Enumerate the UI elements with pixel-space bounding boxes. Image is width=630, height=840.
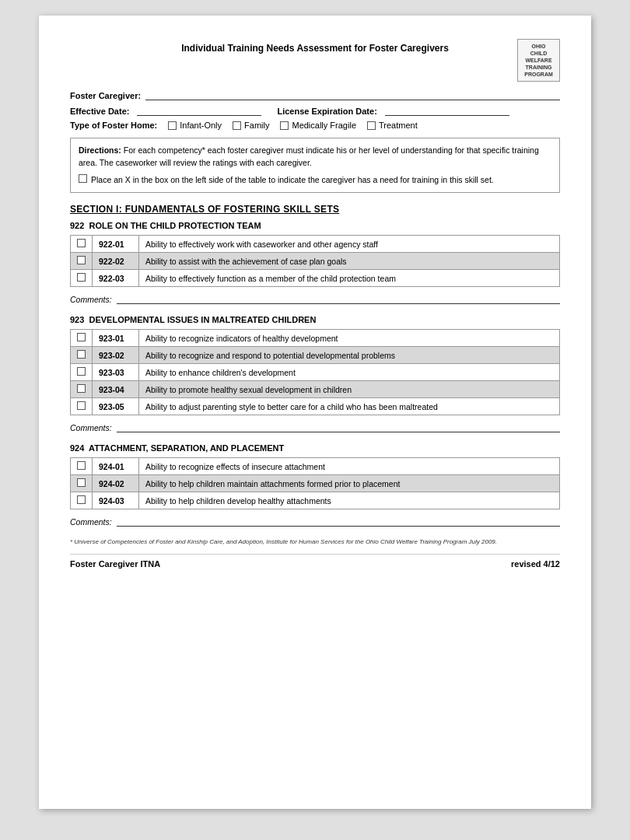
table-row: 923-05Ability to adjust parenting style … [71, 398, 560, 415]
comments-input-922[interactable] [117, 293, 560, 304]
row-text-923-03: Ability to enhance children's developmen… [139, 364, 560, 381]
comments-row-923: Comments: [70, 422, 560, 432]
directions-text: Directions: For each competency* each fo… [79, 145, 551, 170]
type-family[interactable]: Family [233, 121, 269, 130]
family-checkbox[interactable] [233, 121, 241, 130]
row-checkbox-923-02[interactable] [77, 350, 86, 359]
logo: OHIOCHILDWELFARETRAININGPROGRAM [517, 39, 560, 82]
skill-table-922: 922-01Ability to effectively work with c… [70, 235, 560, 287]
medically-fragile-label: Medically Fragile [292, 121, 356, 130]
row-code-923-04: 923-04 [93, 381, 139, 398]
row-checkbox-922-01[interactable] [77, 239, 86, 247]
subsection-number-924: 924 [70, 443, 84, 453]
row-text-923-01: Ability to recognize indicators of healt… [139, 330, 560, 347]
foster-caregiver-input[interactable] [145, 89, 560, 100]
row-code-924-02: 924-02 [93, 475, 139, 492]
row-code-923-05: 923-05 [93, 398, 139, 415]
row-checkbox-924-03[interactable] [77, 495, 86, 504]
row-text-922-03: Ability to effectively function as a mem… [139, 270, 560, 287]
comments-label-922: Comments: [70, 295, 112, 304]
page-title: Individual Training Needs Assessment for… [113, 39, 517, 54]
table-row: 924-01Ability to recognize effects of in… [71, 458, 560, 475]
row-checkbox-922-03[interactable] [77, 273, 86, 282]
row-checkbox-924-01[interactable] [77, 461, 86, 470]
row-checkbox-cell-924-02[interactable] [71, 475, 93, 492]
row-text-924-01: Ability to recognize effects of insecure… [139, 458, 560, 475]
footer-left: Foster Caregiver ITNA [70, 559, 160, 569]
row-checkbox-cell-923-02[interactable] [71, 347, 93, 364]
foster-type-row: Type of Foster Home: Infant-Only Family … [70, 121, 560, 130]
subsection-number-923: 923 [70, 315, 84, 324]
comments-label-924: Comments: [70, 517, 112, 527]
row-checkbox-923-03[interactable] [77, 367, 86, 376]
row-checkbox-cell-923-05[interactable] [71, 398, 93, 415]
row-code-923-01: 923-01 [93, 330, 139, 347]
row-checkbox-cell-924-03[interactable] [71, 492, 93, 509]
treatment-checkbox[interactable] [367, 121, 376, 130]
treatment-label: Treatment [379, 121, 418, 130]
row-text-923-04: Ability to promote healthy sexual develo… [139, 381, 560, 398]
row-text-923-05: Ability to adjust parenting style to bet… [139, 398, 560, 415]
row-checkbox-922-02[interactable] [77, 256, 86, 264]
subsection-title-922: ROLE ON THE CHILD PROTECTION TEAM [89, 221, 261, 230]
dates-row: Effective Date: License Expiration Date: [70, 105, 560, 116]
type-treatment[interactable]: Treatment [367, 121, 418, 130]
row-text-923-02: Ability to recognize and respond to pote… [139, 347, 560, 364]
header: Individual Training Needs Assessment for… [70, 39, 560, 82]
directions-checkbox[interactable] [79, 174, 87, 183]
row-code-923-03: 923-03 [93, 364, 139, 381]
type-infant-only[interactable]: Infant-Only [168, 121, 222, 130]
row-checkbox-cell-923-03[interactable] [71, 364, 93, 381]
effective-date-input[interactable] [137, 105, 261, 116]
comments-input-924[interactable] [117, 516, 560, 527]
table-row: 922-03Ability to effectively function as… [71, 270, 560, 287]
directions-body: For each competency* each foster caregiv… [79, 145, 539, 167]
row-checkbox-cell-922-01[interactable] [71, 236, 93, 253]
row-checkbox-cell-922-03[interactable] [71, 270, 93, 287]
row-checkbox-cell-923-01[interactable] [71, 330, 93, 347]
footer: Foster Caregiver ITNA revised 4/12 [70, 554, 560, 569]
table-row: 922-02Ability to assist with the achieve… [71, 253, 560, 270]
license-expiration-group: License Expiration Date: [277, 105, 509, 116]
row-checkbox-cell-923-04[interactable] [71, 381, 93, 398]
row-checkbox-cell-924-01[interactable] [71, 458, 93, 475]
row-checkbox-cell-922-02[interactable] [71, 253, 93, 270]
row-checkbox-923-05[interactable] [77, 401, 86, 410]
type-medically-fragile[interactable]: Medically Fragile [280, 121, 356, 130]
comments-row-922: Comments: [70, 293, 560, 304]
directions-bold: Directions: [79, 145, 121, 155]
row-text-924-02: Ability to help children maintain attach… [139, 475, 560, 492]
subsection-924: 924 ATTACHMENT, SEPARATION, AND PLACEMEN… [70, 443, 560, 527]
subsection-heading-922: 922 ROLE ON THE CHILD PROTECTION TEAM [70, 221, 560, 230]
table-row: 924-03Ability to help children develop h… [71, 492, 560, 509]
comments-row-924: Comments: [70, 516, 560, 527]
page: Individual Training Needs Assessment for… [39, 16, 591, 809]
row-text-924-03: Ability to help children develop healthy… [139, 492, 560, 509]
footnote: * Universe of Competencies of Foster and… [70, 537, 560, 546]
row-code-924-01: 924-01 [93, 458, 139, 475]
row-code-924-03: 924-03 [93, 492, 139, 509]
license-expiration-input[interactable] [385, 105, 509, 116]
directions-checkbox-label: Place an X in the box on the left side o… [91, 174, 494, 187]
comments-input-923[interactable] [117, 422, 560, 432]
subsection-heading-923: 923 DEVELOPMENTAL ISSUES IN MALTREATED C… [70, 315, 560, 324]
subsection-923: 923 DEVELOPMENTAL ISSUES IN MALTREATED C… [70, 315, 560, 432]
row-code-922-01: 922-01 [93, 236, 139, 253]
foster-type-label: Type of Foster Home: [70, 121, 157, 130]
skill-table-923: 923-01Ability to recognize indicators of… [70, 329, 560, 415]
family-label: Family [244, 121, 269, 130]
subsection-heading-924: 924 ATTACHMENT, SEPARATION, AND PLACEMEN… [70, 443, 560, 453]
medically-fragile-checkbox[interactable] [280, 121, 289, 130]
infant-only-checkbox[interactable] [168, 121, 177, 130]
license-expiration-label: License Expiration Date: [277, 107, 376, 116]
directions-checkbox-row: Place an X in the box on the left side o… [79, 174, 551, 187]
row-code-923-02: 923-02 [93, 347, 139, 364]
footer-right: revised 4/12 [511, 559, 560, 569]
foster-caregiver-row: Foster Caregiver: [70, 89, 560, 100]
subsection-number-922: 922 [70, 221, 84, 230]
row-checkbox-923-01[interactable] [77, 333, 86, 341]
row-text-922-02: Ability to assist with the achievement o… [139, 253, 560, 270]
row-checkbox-923-04[interactable] [77, 384, 86, 393]
row-code-922-02: 922-02 [93, 253, 139, 270]
row-checkbox-924-02[interactable] [77, 478, 86, 487]
